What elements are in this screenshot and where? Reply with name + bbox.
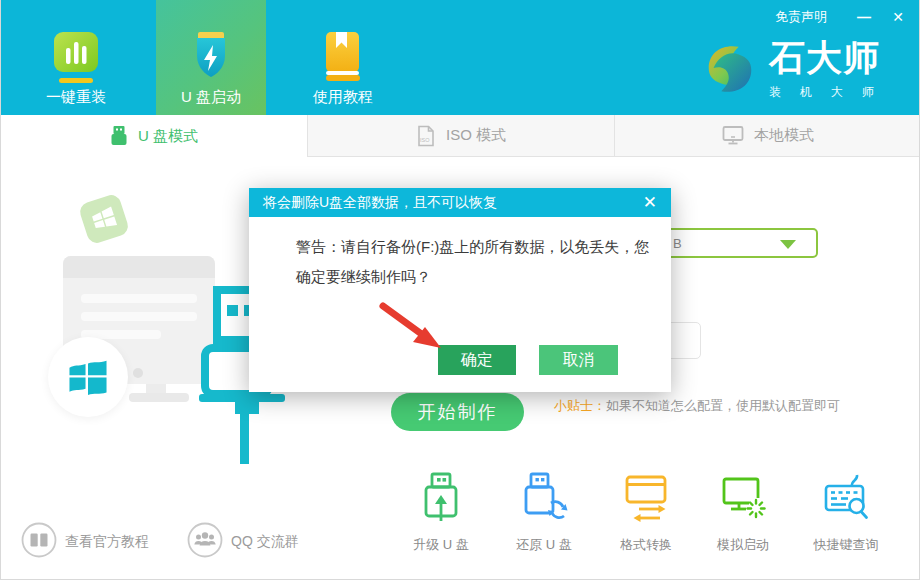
usb-restore-icon	[520, 472, 568, 528]
cancel-button[interactable]: 取消	[539, 345, 618, 375]
confirm-button[interactable]: 确定	[438, 345, 516, 375]
svg-text:ISO: ISO	[420, 137, 430, 143]
simulate-boot-icon	[719, 472, 767, 528]
nav-item-one-click-reinstall[interactable]: 一键重装	[21, 0, 131, 115]
windows-flag-icon	[67, 356, 109, 398]
brand-logo-icon	[701, 38, 759, 104]
usb-upgrade-icon	[417, 472, 465, 528]
brand-name: 石大师	[769, 38, 893, 78]
mode-tabbar: U 盘模式 ISO ISO 模式 本地模式	[1, 115, 920, 157]
close-button[interactable]: ✕	[887, 9, 909, 25]
minimize-button[interactable]: —	[853, 9, 875, 25]
monitor-base	[129, 393, 189, 402]
dialog-title: 将会删除U盘全部数据，且不可以恢复	[263, 194, 497, 212]
usb-illustration-pin	[227, 305, 238, 316]
tab-label: ISO 模式	[446, 126, 506, 145]
app-window: 一键重装 U 盘启动	[0, 0, 920, 580]
qq-group-icon	[187, 522, 223, 562]
header: 一键重装 U 盘启动	[1, 0, 920, 115]
tab-label: 本地模式	[754, 126, 814, 145]
link-label: QQ 交流群	[231, 533, 299, 551]
format-convert-icon	[622, 472, 670, 528]
titlebar: 免责声明 — ✕	[775, 0, 920, 34]
tool-label: 格式转换	[620, 536, 672, 554]
windows-tile-decoration	[78, 193, 131, 246]
nav-label: 一键重装	[46, 88, 106, 107]
chart-bars-icon	[50, 30, 102, 85]
dialog-close-icon[interactable]: ✕	[639, 188, 661, 217]
nav-label: U 盘启动	[181, 88, 241, 107]
qq-group-link[interactable]: QQ 交流群	[187, 522, 299, 562]
tip-text: 小贴士：如果不知道怎么配置，使用默认配置即可	[554, 397, 840, 415]
hotkey-search-icon	[822, 472, 870, 528]
delete-warning-dialog: 将会删除U盘全部数据，且不可以恢复 ✕ 警告：请自行备份(F:)盘上的所有数据，…	[249, 188, 671, 392]
start-create-button[interactable]: 开始制作	[391, 393, 524, 431]
tab-usb-mode[interactable]: U 盘模式	[1, 115, 308, 157]
disclaimer-link[interactable]: 免责声明	[775, 8, 827, 26]
usb-drive-dropdown-value: B	[673, 236, 682, 251]
tip-body: 如果不知道怎么配置，使用默认配置即可	[606, 398, 840, 413]
tool-label: 还原 U 盘	[516, 536, 572, 554]
chevron-down-icon	[780, 240, 796, 249]
tutorial-book-icon	[21, 522, 57, 562]
shield-lightning-icon	[186, 30, 236, 85]
tool-hotkey-search[interactable]: 快捷键查询	[786, 472, 906, 554]
book-icon	[318, 30, 368, 85]
nav-item-usb-boot[interactable]: U 盘启动	[156, 0, 266, 115]
dialog-header: 将会删除U盘全部数据，且不可以恢复 ✕	[249, 188, 671, 217]
tab-label: U 盘模式	[138, 127, 198, 146]
tab-local-mode[interactable]: 本地模式	[614, 115, 920, 157]
tool-label: 模拟启动	[717, 536, 769, 554]
nav-label: 使用教程	[313, 88, 373, 107]
official-tutorial-link[interactable]: 查看官方教程	[21, 522, 149, 562]
windows-logo-badge	[48, 337, 128, 417]
usb-illustration-cable	[240, 414, 249, 464]
tab-iso-mode[interactable]: ISO ISO 模式	[308, 115, 614, 157]
brand-subtitle: 装机大师	[769, 84, 893, 101]
link-label: 查看官方教程	[65, 533, 149, 551]
dialog-message: 警告：请自行备份(F:)盘上的所有数据，以免丢失，您确定要继续制作吗？	[296, 232, 650, 292]
tool-simulate-boot[interactable]: 模拟启动	[683, 472, 803, 554]
tool-label: 快捷键查询	[814, 536, 879, 554]
tool-upgrade-usb[interactable]: 升级 U 盘	[381, 472, 501, 554]
usb-illustration-connector	[235, 400, 259, 414]
iso-file-icon: ISO	[416, 125, 436, 147]
monitor-icon	[722, 125, 744, 146]
brand-logo: 石大师 装机大师	[701, 38, 893, 104]
nav-item-tutorial[interactable]: 使用教程	[288, 0, 398, 115]
usb-icon	[110, 125, 128, 147]
tool-label: 升级 U 盘	[413, 536, 469, 554]
tip-label: 小贴士：	[554, 398, 606, 413]
